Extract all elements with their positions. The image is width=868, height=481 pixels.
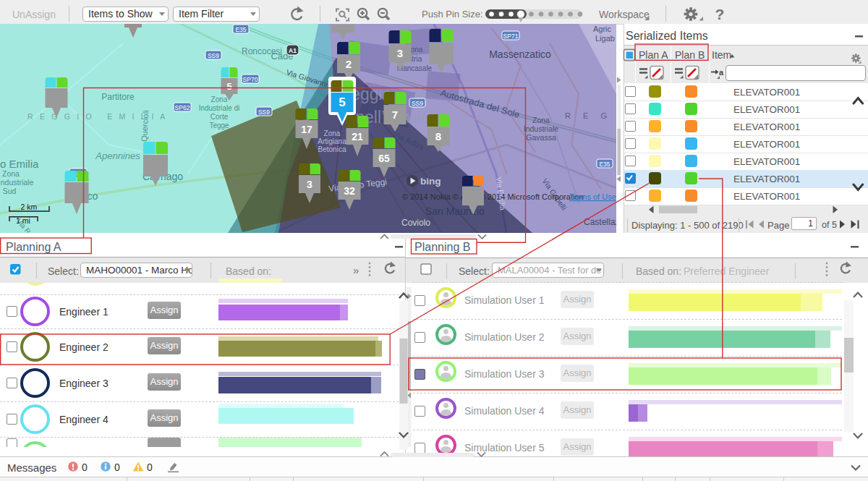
svg-text:a: a bbox=[719, 68, 724, 77]
svg-text:?: ? bbox=[715, 6, 725, 22]
